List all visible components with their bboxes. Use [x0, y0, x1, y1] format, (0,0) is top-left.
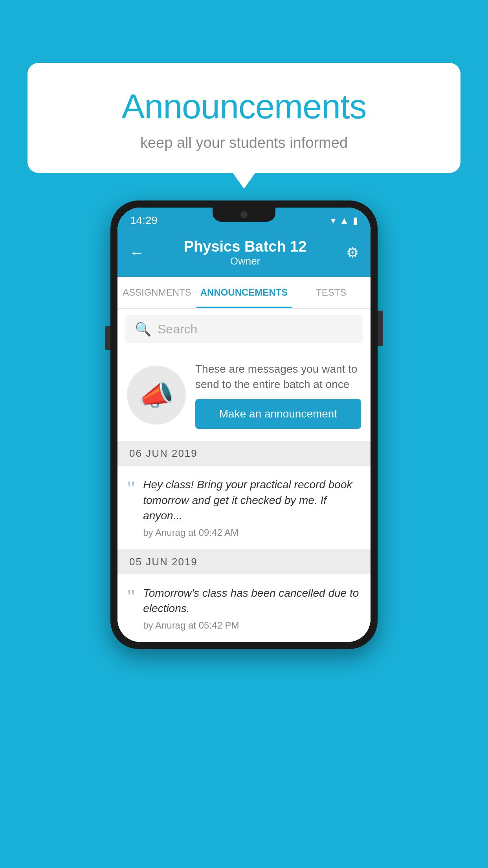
tabs-bar: ASSIGNMENTS ANNOUNCEMENTS TESTS	[117, 277, 371, 309]
phone-mockup: 14:29 ▾ ▲ ▮ ← Physics Batch 12 Owner ⚙	[110, 200, 378, 649]
tab-assignments[interactable]: ASSIGNMENTS	[117, 277, 196, 308]
settings-button[interactable]: ⚙	[346, 245, 359, 261]
announcement-meta-2: by Anurag at 05:42 PM	[143, 620, 361, 631]
announcement-icon-circle: 📣	[127, 366, 186, 425]
date-separator-2: 05 JUN 2019	[117, 550, 371, 574]
megaphone-icon: 📣	[139, 379, 174, 412]
back-button[interactable]: ←	[129, 245, 144, 261]
header-title-block: Physics Batch 12 Owner	[184, 238, 307, 267]
search-bar-wrapper: 🔍 Search	[117, 309, 371, 349]
search-icon: 🔍	[135, 321, 151, 337]
announcement-item-1: " Hey class! Bring your practical record…	[117, 466, 371, 550]
speech-bubble-title: Announcements	[59, 86, 429, 127]
tab-announcements[interactable]: ANNOUNCEMENTS	[196, 277, 292, 308]
date-separator-1: 06 JUN 2019	[117, 441, 371, 466]
intro-text-block: These are messages you want to send to t…	[195, 361, 361, 429]
announcement-text-1: Hey class! Bring your practical record b…	[143, 477, 361, 523]
announcement-item-2: " Tomorrow's class has been cancelled du…	[117, 574, 371, 642]
signal-icon: ▲	[339, 215, 349, 226]
status-time: 14:29	[130, 214, 158, 227]
announcement-text-block-2: Tomorrow's class has been cancelled due …	[143, 585, 361, 631]
announcement-text-2: Tomorrow's class has been cancelled due …	[143, 585, 361, 616]
header-title: Physics Batch 12	[184, 238, 307, 255]
quote-icon-1: "	[127, 478, 135, 499]
wifi-icon: ▾	[331, 215, 336, 226]
intro-message: These are messages you want to send to t…	[195, 361, 361, 392]
announcement-text-block-1: Hey class! Bring your practical record b…	[143, 477, 361, 538]
make-announcement-button[interactable]: Make an announcement	[195, 399, 361, 429]
intro-card: 📣 These are messages you want to send to…	[117, 349, 371, 441]
quote-icon-2: "	[127, 587, 135, 607]
header-subtitle: Owner	[184, 255, 307, 267]
battery-icon: ▮	[353, 215, 358, 226]
status-icons: ▾ ▲ ▮	[331, 215, 358, 226]
phone-screen: 14:29 ▾ ▲ ▮ ← Physics Batch 12 Owner ⚙	[117, 208, 371, 642]
app-header: ← Physics Batch 12 Owner ⚙	[117, 230, 371, 277]
tab-tests[interactable]: TESTS	[292, 277, 371, 308]
camera	[240, 211, 248, 218]
speech-bubble-subtitle: keep all your students informed	[59, 134, 429, 151]
phone-notch	[213, 208, 275, 222]
speech-bubble-section: Announcements keep all your students inf…	[28, 63, 460, 173]
phone-outer: 14:29 ▾ ▲ ▮ ← Physics Batch 12 Owner ⚙	[110, 200, 378, 649]
announcement-meta-1: by Anurag at 09:42 AM	[143, 527, 361, 538]
search-input[interactable]: Search	[158, 322, 197, 337]
search-bar[interactable]: 🔍 Search	[125, 315, 363, 343]
speech-bubble: Announcements keep all your students inf…	[28, 63, 460, 173]
